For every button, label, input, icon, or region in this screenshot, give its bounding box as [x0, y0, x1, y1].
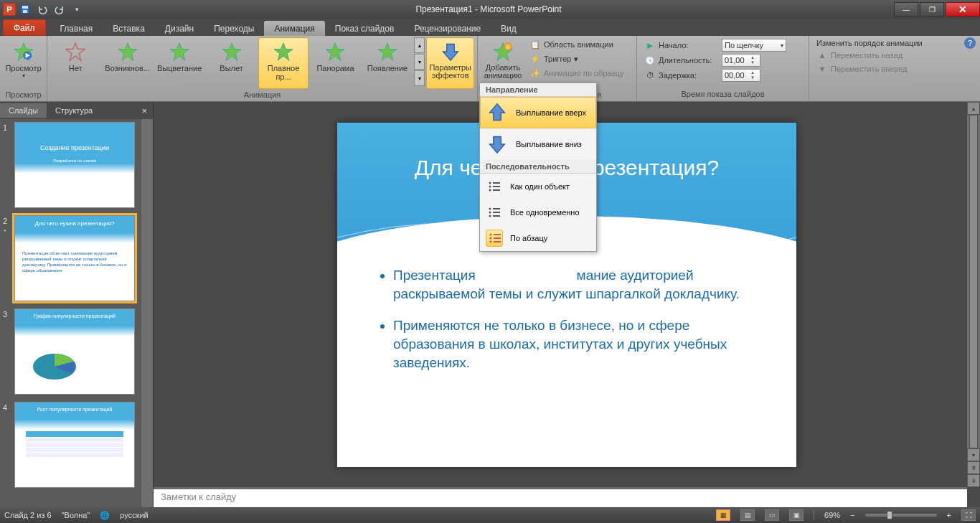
view-sorter-button[interactable]: ▤ — [740, 509, 755, 521]
thumb-number: 1 — [3, 122, 14, 208]
tab-design[interactable]: Дизайн — [155, 21, 204, 36]
svg-point-32 — [490, 241, 492, 243]
anim-floatin-label: Плавное пр... — [259, 64, 308, 81]
zoom-in-button[interactable]: + — [947, 511, 951, 519]
tab-file[interactable]: Файл — [3, 19, 46, 36]
menu-by-paragraph-label: По абзацу — [510, 234, 547, 242]
delay-input[interactable]: 00,00▲▼ — [722, 69, 760, 82]
anim-floatin[interactable]: Плавное пр... — [258, 37, 308, 89]
group-animation: Нет Возникнов... Выцветание Вылет Плавно… — [47, 36, 478, 101]
tab-slideshow[interactable]: Показ слайдов — [325, 21, 405, 36]
move-earlier-button[interactable]: ▲Переместить назад — [816, 50, 923, 61]
start-field: ▶ Начало: По щелчку▾ — [644, 39, 786, 52]
menu-as-one[interactable]: Как один объект — [480, 174, 596, 199]
move-earlier-label: Переместить назад — [831, 51, 903, 60]
reorder-title-label: Изменить порядок анимации — [816, 39, 923, 47]
notes-pane[interactable]: Заметки к слайду — [154, 487, 967, 507]
menu-float-down[interactable]: Выплывание вниз — [480, 128, 596, 160]
close-button[interactable]: ✕ — [946, 2, 980, 17]
delay-value: 00,00 — [725, 71, 745, 80]
trigger-button[interactable]: ⚡Триггер ▾ — [529, 53, 623, 65]
start-dropdown[interactable]: По щелчку▾ — [722, 39, 786, 52]
view-slideshow-button[interactable]: ▣ — [789, 509, 804, 521]
group-preview: Просмотр ▾ Просмотр — [0, 36, 47, 101]
panel-tab-outline[interactable]: Структура — [47, 103, 101, 118]
thumb-title: Для чего нужна презентация? — [15, 220, 134, 227]
tab-review[interactable]: Рецензирование — [404, 21, 491, 36]
maximize-button[interactable]: ❐ — [920, 2, 944, 17]
title-bar: P ▾ Презентация1 - Microsoft PowerPoint … — [0, 0, 980, 19]
menu-float-up[interactable]: Выплывание вверх — [480, 97, 596, 128]
view-normal-button[interactable]: ▦ — [716, 509, 730, 521]
slide-thumbnail-2[interactable]: Для чего нужна презентация? Презентация … — [14, 215, 135, 301]
preview-icon — [13, 41, 34, 62]
status-language[interactable]: русский — [120, 511, 148, 519]
anim-fade[interactable]: Выцветание — [154, 37, 204, 89]
group-reorder-label — [809, 90, 980, 101]
anim-appear[interactable]: Возникнов... — [102, 37, 152, 89]
group-animation-label: Анимация — [47, 90, 477, 101]
tab-insert[interactable]: Вставка — [103, 21, 155, 36]
slide-thumbnail-1[interactable]: Создание презентации Разработка по шагам — [14, 122, 135, 208]
anim-split[interactable]: Панорама — [310, 37, 360, 89]
tab-view[interactable]: Вид — [491, 21, 527, 36]
fit-to-window-button[interactable]: ⛶ — [961, 509, 976, 521]
animation-painter-button[interactable]: ✨Анимация по образцу — [529, 67, 623, 79]
pane-icon: 📋 — [529, 39, 541, 50]
anim-fade-label: Выцветание — [157, 64, 202, 72]
move-later-label: Переместить вперед — [831, 65, 908, 73]
save-button[interactable] — [17, 2, 33, 17]
slide-body[interactable]: Презентация облегчает понимание аудитори… — [380, 266, 760, 385]
anim-gallery-more[interactable]: ▴ ▾ ▾ — [414, 37, 425, 86]
effect-options-button[interactable]: Параметры эффектов — [426, 37, 474, 89]
star-none-icon — [65, 41, 86, 62]
svg-rect-27 — [493, 215, 500, 217]
undo-button[interactable] — [34, 2, 50, 17]
svg-text:+: + — [506, 44, 509, 51]
status-slide-count: Слайд 2 из 6 — [4, 511, 52, 519]
slide-thumbnail-3[interactable]: График популярности презентаций — [14, 308, 135, 395]
zoom-slider[interactable] — [865, 514, 937, 517]
duration-label: Длительность: — [659, 56, 719, 65]
duration-input[interactable]: 01,00▲▼ — [722, 54, 760, 67]
vertical-scrollbar[interactable]: ▴ ▾ ⤊ ⤋ — [967, 102, 980, 487]
help-button[interactable]: ? — [964, 37, 976, 49]
anim-flyin[interactable]: Вылет — [206, 37, 256, 89]
painter-icon: ✨ — [529, 67, 541, 79]
move-later-button[interactable]: ▼Переместить вперед — [816, 63, 923, 75]
menu-all-at-once[interactable]: Все одновременно — [480, 199, 596, 225]
svg-rect-23 — [493, 208, 500, 209]
app-icon[interactable]: P — [3, 3, 16, 16]
thumbnails: 1 Создание презентации Разработка по шаг… — [0, 119, 153, 507]
preview-button[interactable]: Просмотр ▾ — [3, 37, 44, 89]
tab-transitions[interactable]: Переходы — [204, 21, 264, 36]
panel-tab-slides[interactable]: Слайды — [0, 103, 47, 118]
panel-tabs: Слайды Структура × — [0, 102, 153, 119]
thumb-row: 2⋆ Для чего нужна презентация? Презентац… — [3, 215, 151, 301]
thumbnails-scrollbar[interactable] — [141, 119, 153, 507]
group-timing-label: Время показа слайдов — [637, 90, 809, 101]
painter-label: Анимация по образцу — [544, 69, 623, 77]
anim-none[interactable]: Нет — [50, 37, 100, 89]
tab-animations[interactable]: Анимация — [264, 21, 324, 36]
view-reading-button[interactable]: ▭ — [765, 509, 779, 521]
svg-marker-7 — [118, 43, 137, 61]
panel-close-button[interactable]: × — [136, 105, 153, 116]
menu-by-paragraph[interactable]: По абзацу — [480, 225, 596, 251]
arrow-up-icon: ▲ — [816, 50, 828, 61]
preview-label: Просмотр — [5, 64, 41, 72]
zoom-out-button[interactable]: − — [850, 511, 854, 519]
minimize-button[interactable]: — — [894, 2, 918, 17]
redo-button[interactable] — [52, 2, 67, 17]
add-animation-button[interactable]: + Добавить анимацию — [481, 37, 525, 89]
quick-access-toolbar: P ▾ — [0, 2, 85, 17]
anim-flyin-label: Вылет — [220, 64, 242, 72]
star-icon — [117, 41, 138, 62]
animation-pane-button[interactable]: 📋Область анимации — [529, 39, 623, 50]
slide-thumbnail-4[interactable]: Рост популярности презентаций — [14, 402, 135, 488]
anim-wipe[interactable]: Появление — [362, 37, 413, 89]
zoom-level[interactable]: 69% — [824, 511, 840, 519]
qat-customize[interactable]: ▾ — [69, 2, 85, 17]
tab-home[interactable]: Главная — [50, 21, 103, 36]
thumb-row: 3 График популярности презентаций — [3, 308, 151, 395]
